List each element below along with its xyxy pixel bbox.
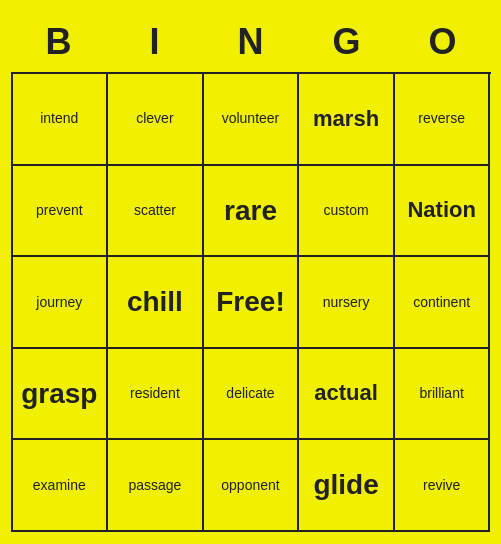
bingo-cell: intend	[13, 74, 109, 166]
cell-text: passage	[128, 477, 181, 494]
bingo-cell: actual	[299, 349, 395, 441]
bingo-cell: chill	[108, 257, 204, 349]
cell-text: actual	[314, 380, 378, 406]
cell-text: opponent	[221, 477, 279, 494]
bingo-cell: passage	[108, 440, 204, 532]
cell-text: Nation	[407, 197, 475, 223]
bingo-cell: volunteer	[204, 74, 300, 166]
header-letter: N	[203, 12, 299, 72]
cell-text: prevent	[36, 202, 83, 219]
bingo-cell: marsh	[299, 74, 395, 166]
bingo-cell: Free!	[204, 257, 300, 349]
bingo-row: preventscatterrarecustomNation	[13, 166, 491, 258]
bingo-cell: scatter	[108, 166, 204, 258]
bingo-cell: clever	[108, 74, 204, 166]
bingo-cell: examine	[13, 440, 109, 532]
cell-text: scatter	[134, 202, 176, 219]
cell-text: journey	[36, 294, 82, 311]
cell-text: brilliant	[419, 385, 463, 402]
cell-text: Free!	[216, 285, 284, 319]
bingo-cell: delicate	[204, 349, 300, 441]
cell-text: volunteer	[222, 110, 280, 127]
cell-text: reverse	[418, 110, 465, 127]
bingo-cell: glide	[299, 440, 395, 532]
bingo-row: examinepassageopponentgliderevive	[13, 440, 491, 532]
cell-text: continent	[413, 294, 470, 311]
cell-text: revive	[423, 477, 460, 494]
bingo-cell: grasp	[13, 349, 109, 441]
cell-text: marsh	[313, 106, 379, 132]
cell-text: resident	[130, 385, 180, 402]
cell-text: clever	[136, 110, 173, 127]
bingo-cell: reverse	[395, 74, 491, 166]
cell-text: rare	[224, 194, 277, 228]
cell-text: grasp	[21, 377, 97, 411]
bingo-cell: journey	[13, 257, 109, 349]
cell-text: nursery	[323, 294, 370, 311]
cell-text: intend	[40, 110, 78, 127]
header-letter: G	[299, 12, 395, 72]
bingo-cell: Nation	[395, 166, 491, 258]
header-letter: O	[395, 12, 491, 72]
cell-text: glide	[313, 468, 378, 502]
bingo-row: journeychillFree!nurserycontinent	[13, 257, 491, 349]
cell-text: custom	[324, 202, 369, 219]
bingo-header: BINGO	[11, 12, 491, 72]
bingo-cell: rare	[204, 166, 300, 258]
bingo-cell: nursery	[299, 257, 395, 349]
bingo-card: BINGO intendclevervolunteermarshreversep…	[11, 12, 491, 532]
bingo-cell: revive	[395, 440, 491, 532]
header-letter: I	[107, 12, 203, 72]
bingo-cell: opponent	[204, 440, 300, 532]
cell-text: examine	[33, 477, 86, 494]
cell-text: delicate	[226, 385, 274, 402]
bingo-cell: custom	[299, 166, 395, 258]
bingo-cell: brilliant	[395, 349, 491, 441]
cell-text: chill	[127, 285, 183, 319]
bingo-cell: resident	[108, 349, 204, 441]
bingo-cell: continent	[395, 257, 491, 349]
bingo-row: graspresidentdelicateactualbrilliant	[13, 349, 491, 441]
header-letter: B	[11, 12, 107, 72]
bingo-grid: intendclevervolunteermarshreverseprevent…	[11, 72, 491, 532]
bingo-row: intendclevervolunteermarshreverse	[13, 74, 491, 166]
bingo-cell: prevent	[13, 166, 109, 258]
